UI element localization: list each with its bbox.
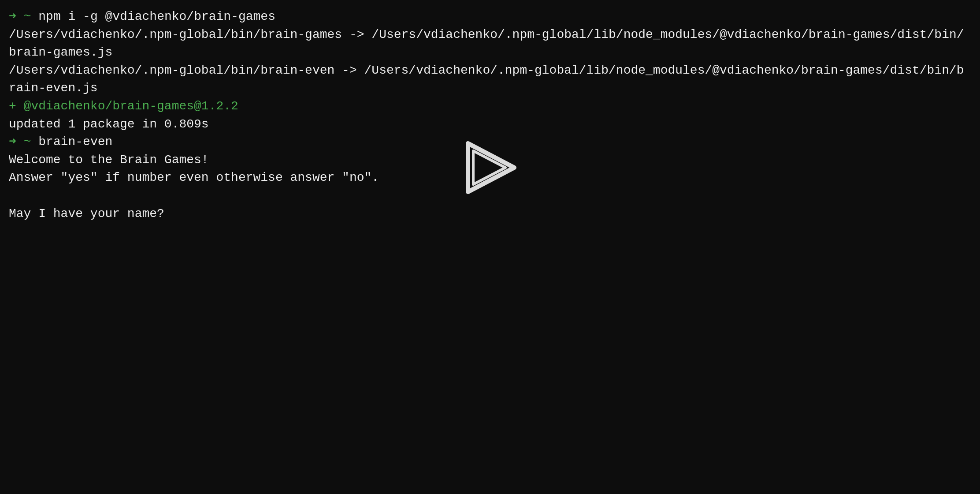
play-icon bbox=[464, 141, 516, 194]
terminal-line-9: May I have your name? bbox=[9, 205, 971, 223]
terminal-line-0: ➜ ~ npm i -g @vdiachenko/brain-games bbox=[9, 8, 971, 26]
prompt-arrow: ➜ bbox=[9, 10, 16, 23]
prompt-arrow: ➜ bbox=[9, 135, 16, 149]
terminal-line-1: /Users/vdiachenko/.npm-global/bin/brain-… bbox=[9, 26, 971, 62]
terminal: ➜ ~ npm i -g @vdiachenko/brain-games/Use… bbox=[0, 0, 980, 494]
terminal-line-3: + @vdiachenko/brain-games@1.2.2 bbox=[9, 97, 971, 116]
prompt-command: npm i -g @vdiachenko/brain-games bbox=[38, 10, 275, 23]
prompt-tilde: ~ bbox=[16, 10, 38, 23]
terminal-line-2: /Users/vdiachenko/.npm-global/bin/brain-… bbox=[9, 62, 971, 97]
terminal-line-4: updated 1 package in 0.809s bbox=[9, 116, 971, 134]
play-button[interactable] bbox=[464, 141, 516, 194]
prompt-command: brain-even bbox=[38, 135, 112, 149]
prompt-tilde: ~ bbox=[16, 135, 38, 149]
